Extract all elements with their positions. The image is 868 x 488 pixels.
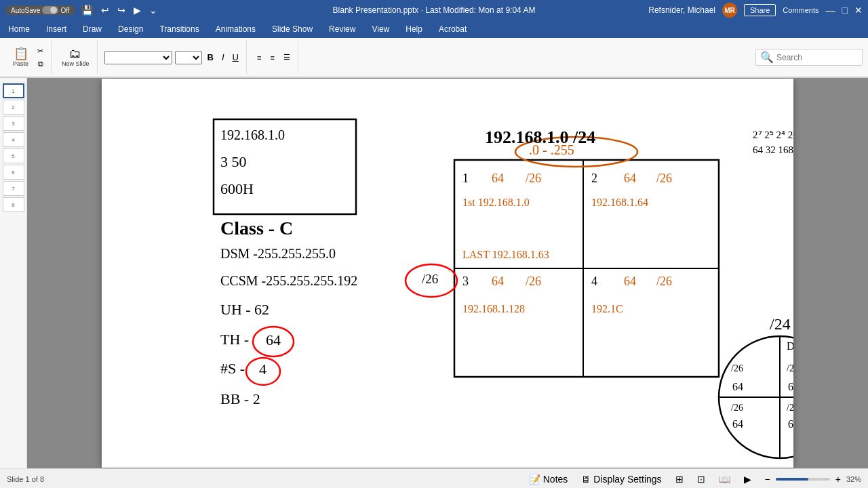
slide-drawing: 192.168.1.0 3 50 600H Class - C DSM -255…: [102, 79, 793, 468]
main-area: 1 2 3 4 5 6 7 8: [0, 78, 868, 468]
presenter-view-button[interactable]: ▶: [741, 472, 754, 486]
font-family-select[interactable]: [104, 51, 172, 64]
clipboard-group: 📋 Paste ✂ ⧉: [5, 41, 52, 74]
zoom-bar: [776, 478, 830, 481]
user-name: Refsnider, Michael: [648, 5, 715, 15]
font-controls: [104, 51, 202, 64]
svg-text:64: 64: [788, 418, 793, 430]
thumb-2[interactable]: 2: [3, 100, 24, 115]
autosave-toggle[interactable]: Off: [42, 6, 69, 14]
svg-text:/26: /26: [526, 171, 541, 185]
slide-canvas[interactable]: 192.168.1.0 3 50 600H Class - C DSM -255…: [102, 79, 793, 468]
thumb-5[interactable]: 5: [3, 148, 24, 163]
quick-access-more[interactable]: ⌄: [147, 4, 159, 16]
zoom-fill: [776, 478, 808, 481]
slide-thumbnails: 1 2 3 4 5 6 7 8: [0, 78, 27, 468]
svg-text:2: 2: [591, 171, 597, 185]
canvas-area[interactable]: 192.168.1.0 3 50 600H Class - C DSM -255…: [27, 78, 868, 468]
tab-draw[interactable]: Draw: [75, 20, 110, 38]
tab-slideshow[interactable]: Slide Show: [264, 20, 321, 38]
comments-button[interactable]: Comments: [783, 6, 818, 14]
thumb-4[interactable]: 4: [3, 132, 24, 147]
tab-insert[interactable]: Insert: [38, 20, 75, 38]
underline-button[interactable]: U: [229, 51, 242, 64]
copy-icon: ⧉: [38, 60, 43, 68]
quick-access-undo[interactable]: ↩: [99, 4, 111, 16]
slide-sorter-button[interactable]: ⊡: [694, 472, 708, 486]
maximize-button[interactable]: □: [842, 5, 848, 16]
svg-text:2⁷ 2⁵ 2⁴ 2³ 2² 2¹ 2⁰: 2⁷ 2⁵ 2⁴ 2³ 2² 2¹ 2⁰: [753, 129, 793, 140]
thumb-8[interactable]: 8: [3, 197, 24, 212]
thumb-6[interactable]: 6: [3, 165, 24, 180]
paste-button[interactable]: 📋 Paste: [9, 46, 32, 68]
quick-access-present[interactable]: ▶: [132, 4, 143, 16]
ribbon-tabs: Home Insert Draw Design Transitions Anim…: [0, 20, 868, 38]
tab-view[interactable]: View: [363, 20, 397, 38]
svg-text:64: 64: [732, 418, 743, 430]
share-button[interactable]: Share: [744, 4, 776, 16]
thumb-7[interactable]: 7: [3, 181, 24, 196]
cut-button[interactable]: ✂: [34, 45, 47, 57]
quick-access-redo[interactable]: ↪: [115, 4, 127, 16]
quick-access-save[interactable]: 💾: [79, 4, 95, 16]
tab-transitions[interactable]: Transitions: [151, 20, 207, 38]
tab-animations[interactable]: Animations: [208, 20, 264, 38]
zoom-level: 32%: [846, 475, 861, 483]
display-settings-button[interactable]: 🖥 Display Settings: [578, 472, 664, 486]
title-bar-left: AutoSave Off 💾 ↩ ↪ ▶ ⌄: [5, 4, 159, 16]
notes-button[interactable]: 📝 Notes: [526, 472, 570, 486]
svg-text:64: 64: [788, 381, 793, 392]
svg-text:1st 192.168.1.0: 1st 192.168.1.0: [462, 197, 530, 208]
svg-text:BB - 2: BB - 2: [220, 390, 260, 407]
tab-help[interactable]: Help: [397, 20, 431, 38]
new-slide-icon: 🗂: [69, 47, 81, 60]
search-box[interactable]: 🔍: [755, 49, 863, 66]
svg-text:.0 - .255: .0 - .255: [529, 142, 574, 157]
user-avatar[interactable]: MR: [722, 3, 737, 18]
thumb-1[interactable]: 1: [3, 83, 24, 98]
bold-button[interactable]: B: [204, 51, 217, 64]
reading-view-button[interactable]: 📖: [716, 472, 733, 486]
svg-text:CCSM -255.255.255.192: CCSM -255.255.255.192: [220, 273, 357, 288]
search-container: 🔍: [755, 49, 863, 66]
svg-text:UH - 62: UH - 62: [220, 301, 269, 318]
close-button[interactable]: ✕: [854, 5, 863, 16]
paste-icon: 📋: [14, 47, 28, 60]
svg-text:64 32 168 4  2  1: 64 32 168 4 2 1: [753, 144, 793, 155]
tab-design[interactable]: Design: [110, 20, 151, 38]
paragraph-group: ≡ ≡ ☰: [250, 41, 298, 74]
ribbon: Home Insert Draw Design Transitions Anim…: [0, 20, 868, 78]
copy-button[interactable]: ⧉: [34, 58, 47, 70]
svg-text:/26: /26: [787, 363, 793, 373]
autosave-indicator[interactable]: AutoSave Off: [5, 5, 75, 15]
svg-text:/26: /26: [731, 403, 743, 413]
bullets-button[interactable]: ☰: [280, 52, 294, 63]
svg-text:/26: /26: [526, 274, 541, 288]
minimize-button[interactable]: —: [826, 5, 835, 16]
svg-text:192.168.1.128: 192.168.1.128: [462, 303, 525, 314]
svg-text:4: 4: [591, 274, 597, 288]
new-slide-button[interactable]: 🗂 New Slide: [58, 46, 93, 68]
svg-text:TH -: TH -: [220, 331, 249, 348]
svg-text:#S -: #S -: [220, 360, 245, 377]
svg-text:3: 3: [462, 274, 469, 288]
normal-view-button[interactable]: ⊞: [673, 472, 686, 486]
tab-acrobat[interactable]: Acrobat: [431, 20, 475, 38]
statusbar-right: 📝 Notes 🖥 Display Settings ⊞ ⊡ 📖 ▶ − + 3…: [526, 472, 861, 486]
search-input[interactable]: [776, 53, 858, 62]
svg-text:192.1C: 192.1C: [591, 303, 623, 314]
tab-review[interactable]: Review: [321, 20, 363, 38]
title-bar-right: Refsnider, Michael MR Share Comments — □…: [648, 3, 863, 18]
align-center-button[interactable]: ≡: [267, 52, 277, 63]
tab-home[interactable]: Home: [0, 20, 38, 38]
svg-text:600H: 600H: [220, 180, 254, 197]
svg-text:/26: /26: [731, 363, 743, 373]
cut-icon: ✂: [37, 47, 43, 56]
align-left-button[interactable]: ≡: [254, 52, 264, 63]
italic-button[interactable]: I: [218, 51, 228, 64]
zoom-in-button[interactable]: +: [833, 472, 844, 486]
svg-text:4: 4: [259, 361, 267, 378]
font-size-select[interactable]: [175, 51, 202, 64]
zoom-out-button[interactable]: −: [762, 472, 773, 486]
thumb-3[interactable]: 3: [3, 116, 24, 131]
